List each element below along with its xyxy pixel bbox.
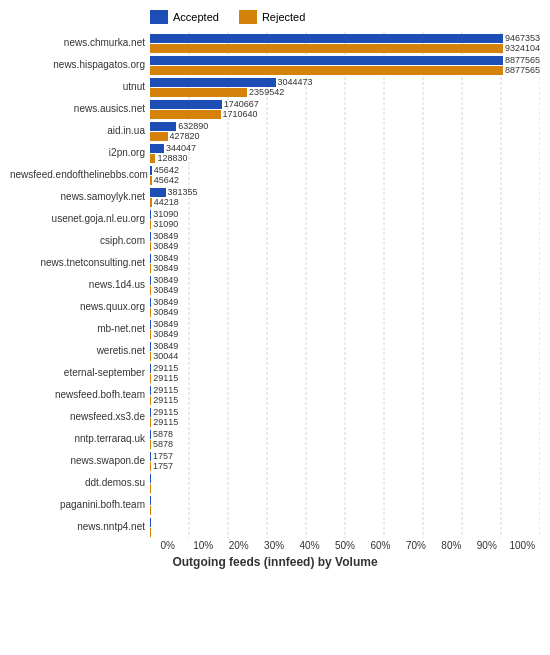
rejected-bar-13 (150, 330, 151, 339)
rejected-bar-label-8: 31090 (153, 219, 178, 229)
rejected-bar-wrap-14: 30044 (150, 351, 540, 361)
bar-row-3: 17406671710640 (150, 98, 540, 120)
accepted-bar-wrap-4: 632890 (150, 121, 540, 131)
bar-pair-2: 30444732359542 (150, 77, 540, 97)
accepted-bar-19 (150, 452, 151, 461)
rejected-bar-wrap-12: 30849 (150, 307, 540, 317)
accepted-bar-wrap-16: 29115 (150, 385, 540, 395)
y-label-4: aid.in.ua (10, 120, 150, 142)
bar-row-16: 2911529115 (150, 384, 540, 406)
rejected-bar-label-19: 1757 (153, 461, 173, 471)
rejected-bar-19 (150, 462, 151, 471)
legend-accepted-label: Accepted (173, 11, 219, 23)
rejected-bar-label-1: 8877565 (505, 65, 540, 75)
x-label-10: 100% (505, 540, 540, 551)
rejected-bar-12 (150, 308, 151, 317)
accepted-bar-wrap-1: 8877565 (150, 55, 540, 65)
bar-row-12: 3084930849 (150, 296, 540, 318)
accepted-bar-wrap-2: 3044473 (150, 77, 540, 87)
accepted-bar-wrap-14: 30849 (150, 341, 540, 351)
rejected-bar-8 (150, 220, 151, 229)
x-label-9: 90% (469, 540, 504, 551)
rejected-bar-label-6: 45642 (154, 175, 179, 185)
bar-pair-18: 58785878 (150, 429, 540, 449)
accepted-bar-label-5: 344047 (166, 143, 196, 153)
accepted-bar-wrap-0: 9467353 (150, 33, 540, 43)
rejected-bar-wrap-15: 29115 (150, 373, 540, 383)
legend-rejected-label: Rejected (262, 11, 305, 23)
rejected-bar-wrap-20 (150, 483, 540, 493)
rejected-bar-11 (150, 286, 151, 295)
accepted-bar-wrap-5: 344047 (150, 143, 540, 153)
rejected-bar-20 (150, 484, 151, 493)
y-axis-labels: news.chmurka.netnews.hispagatos.orgutnut… (10, 32, 150, 538)
rejected-bar-wrap-7: 44218 (150, 197, 540, 207)
x-label-6: 60% (363, 540, 398, 551)
bar-row-19: 17571757 (150, 450, 540, 472)
rejected-bar-wrap-9: 30849 (150, 241, 540, 251)
rejected-bar-label-10: 30849 (153, 263, 178, 273)
rejected-bar-wrap-4: 427820 (150, 131, 540, 141)
rejected-bar-4 (150, 132, 168, 141)
bar-row-13: 3084930849 (150, 318, 540, 340)
x-label-1: 10% (185, 540, 220, 551)
rejected-bar-16 (150, 396, 151, 405)
bar-row-14: 3084930044 (150, 340, 540, 362)
bar-pair-21 (150, 495, 540, 515)
y-label-20: ddt.demos.su (10, 472, 150, 494)
rejected-bar-2 (150, 88, 247, 97)
bar-row-8: 3109031090 (150, 208, 540, 230)
accepted-bar-wrap-13: 30849 (150, 319, 540, 329)
rejected-bar-label-12: 30849 (153, 307, 178, 317)
y-label-21: paganini.bofh.team (10, 494, 150, 516)
rejected-bar-wrap-19: 1757 (150, 461, 540, 471)
y-label-10: news.tnetconsulting.net (10, 252, 150, 274)
accepted-bar-label-2: 3044473 (278, 77, 313, 87)
accepted-bar-14 (150, 342, 151, 351)
rejected-bar-wrap-0: 9324104 (150, 43, 540, 53)
accepted-bar-21 (150, 496, 151, 505)
rejected-bar-wrap-21 (150, 505, 540, 515)
rejected-bar-wrap-16: 29115 (150, 395, 540, 405)
chart-body: news.chmurka.netnews.hispagatos.orgutnut… (10, 32, 540, 538)
accepted-bar-wrap-17: 29115 (150, 407, 540, 417)
rejected-bar-wrap-8: 31090 (150, 219, 540, 229)
accepted-bar-wrap-22 (150, 517, 540, 527)
bar-pair-6: 4564245642 (150, 165, 540, 185)
legend-rejected: Rejected (239, 10, 305, 24)
bar-row-21 (150, 494, 540, 516)
bar-pair-17: 2911529115 (150, 407, 540, 427)
accepted-bar-label-18: 5878 (153, 429, 173, 439)
accepted-bar-wrap-15: 29115 (150, 363, 540, 373)
legend-accepted: Accepted (150, 10, 219, 24)
bar-pair-4: 632890427820 (150, 121, 540, 141)
rejected-bar-wrap-6: 45642 (150, 175, 540, 185)
x-label-2: 20% (221, 540, 256, 551)
y-label-8: usenet.goja.nl.eu.org (10, 208, 150, 230)
rejected-bar-wrap-2: 2359542 (150, 87, 540, 97)
y-label-18: nntp.terraraq.uk (10, 428, 150, 450)
x-label-8: 80% (434, 540, 469, 551)
rejected-bar-15 (150, 374, 151, 383)
y-label-1: news.hispagatos.org (10, 54, 150, 76)
accepted-bar-22 (150, 518, 151, 527)
rejected-bar-label-15: 29115 (153, 373, 178, 383)
rejected-bar-wrap-5: 128830 (150, 153, 540, 163)
y-label-3: news.ausics.net (10, 98, 150, 120)
rejected-bar-label-3: 1710640 (223, 109, 258, 119)
bar-pair-22 (150, 517, 540, 537)
bar-row-20 (150, 472, 540, 494)
bar-row-11: 3084930849 (150, 274, 540, 296)
bar-row-7: 38135544218 (150, 186, 540, 208)
bar-pair-15: 2911529115 (150, 363, 540, 383)
rejected-bar-label-14: 30044 (153, 351, 178, 361)
rejected-bar-3 (150, 110, 221, 119)
accepted-bar-wrap-8: 31090 (150, 209, 540, 219)
rejected-bar-label-16: 29115 (153, 395, 178, 405)
y-label-6: newsfeed.endofthelinebbs.com (10, 164, 150, 186)
y-label-22: news.nntp4.net (10, 516, 150, 538)
accepted-bar-wrap-10: 30849 (150, 253, 540, 263)
x-axis-labels: 0%10%20%30%40%50%60%70%80%90%100% (150, 540, 540, 551)
rejected-bar-14 (150, 352, 151, 361)
accepted-bar-label-11: 30849 (153, 275, 178, 285)
